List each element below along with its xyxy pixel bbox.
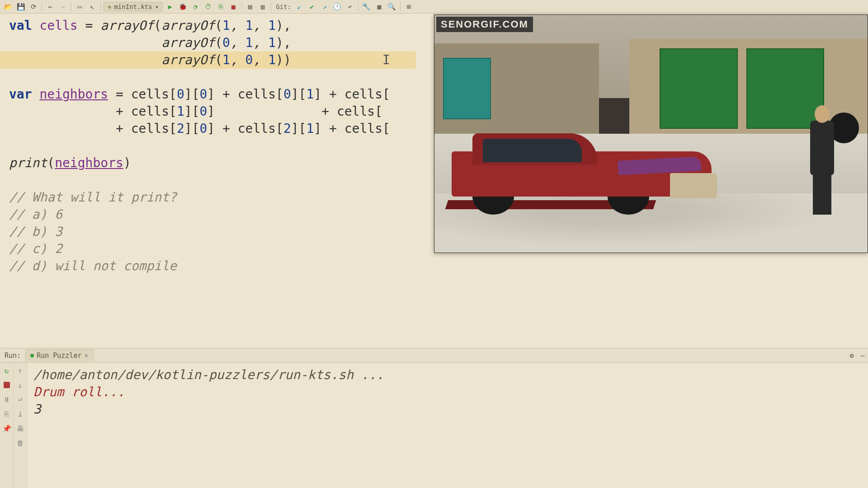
image-scene: [434, 15, 868, 253]
scroll-icon[interactable]: ⤓: [15, 409, 25, 419]
comment: // c) 2: [9, 241, 62, 256]
run-icon[interactable]: ▶: [165, 1, 175, 12]
console-output: 3: [33, 402, 41, 417]
rerun-icon[interactable]: ↻: [2, 366, 12, 375]
soft-wrap-icon[interactable]: ⤶: [15, 394, 25, 404]
dump-icon[interactable]: ⎘: [2, 409, 12, 419]
run-panel: Run: Run Puzzler × ⚙ — ↻ ⏸ ⎘ 📌 ↑ ↓ ⤶ ⤓ 🖶…: [0, 348, 868, 488]
wrecked-car: [452, 124, 712, 215]
separator: [241, 2, 242, 11]
back-icon[interactable]: ←: [45, 1, 56, 12]
run-gutter-primary: ↻ ⏸ ⎘ 📌: [0, 363, 14, 488]
attach-icon[interactable]: ⎘: [215, 1, 226, 12]
run-console[interactable]: /home/anton/dev/kotlin-puzzlers/run-kts.…: [27, 363, 868, 488]
separator: [100, 2, 101, 11]
chevron-down-icon: ▾: [155, 3, 159, 10]
keyword-val: val: [9, 18, 32, 33]
separator: [71, 2, 71, 11]
settings-icon[interactable]: ▦: [374, 1, 385, 12]
forward-icon[interactable]: →: [57, 1, 68, 12]
save-icon[interactable]: 💾: [15, 1, 26, 12]
git-update-icon[interactable]: ↙: [294, 1, 305, 12]
run-tabs-bar: Run: Run Puzzler × ⚙ —: [0, 348, 868, 363]
minimize-icon[interactable]: —: [857, 350, 868, 361]
run-tab[interactable]: Run Puzzler ×: [25, 349, 93, 361]
comment: // b) 3: [9, 224, 62, 239]
git-revert-icon[interactable]: ↶: [344, 1, 355, 12]
overlay-image: SENORGIF.COM: [434, 14, 868, 253]
run-config-selector[interactable]: ⬘ minInt.kts ▾: [104, 2, 163, 12]
separator: [358, 2, 359, 11]
editor-workspace: val cells = arrayOf(arrayOf(1, 1, 1), ar…: [0, 14, 868, 348]
separator: [42, 2, 42, 11]
run-gutter-secondary: ↑ ↓ ⤶ ⤓ 🖶 🗑: [14, 363, 27, 488]
pin-icon[interactable]: 📌: [2, 423, 12, 433]
person: [807, 105, 837, 215]
structure-icon[interactable]: ▤: [245, 1, 255, 12]
up-icon[interactable]: ↑: [15, 366, 25, 375]
comment: // What will it print?: [9, 190, 177, 205]
gear-icon[interactable]: ⚙: [846, 350, 857, 361]
layout-icon[interactable]: ▥: [257, 1, 268, 12]
git-history-icon[interactable]: 🕐: [332, 1, 343, 12]
debug-icon[interactable]: 🐞: [177, 1, 188, 12]
clear-icon[interactable]: 🗑: [15, 438, 25, 448]
print-icon[interactable]: 🖶: [15, 423, 25, 433]
window-icon[interactable]: ▭: [74, 1, 85, 12]
highlighted-line: arrayOf(1, 0, 1)) I: [0, 52, 416, 69]
open-icon[interactable]: 📂: [3, 1, 14, 12]
keyword-var: var: [9, 87, 32, 102]
git-label: Git:: [276, 3, 291, 10]
git-push-icon[interactable]: ↗: [319, 1, 330, 12]
close-icon[interactable]: ×: [84, 352, 88, 360]
console-line: Drum roll...: [33, 385, 125, 399]
run-tab-label: Run Puzzler: [37, 352, 81, 360]
stop-icon[interactable]: ■: [228, 1, 239, 12]
run-body: ↻ ⏸ ⎘ 📌 ↑ ↓ ⤶ ⤓ 🖶 🗑 /home/anton/dev/kotl…: [0, 363, 868, 488]
search-icon[interactable]: 🔍: [387, 1, 397, 12]
git-commit-icon[interactable]: ✔: [307, 1, 317, 12]
run-config-label: minInt.kts: [114, 3, 152, 10]
image-watermark: SENORGIF.COM: [436, 17, 533, 32]
main-toolbar: 📂 💾 ⟳ ← → ▭ ↖ ⬘ minInt.kts ▾ ▶ 🐞 ◔ ⏱ ⎘ ■…: [0, 0, 868, 14]
identifier-neighbors: neighbors: [39, 87, 108, 102]
comment: // a) 6: [9, 207, 62, 222]
pointer-icon[interactable]: ↖: [87, 1, 98, 12]
stop-icon[interactable]: [2, 380, 12, 390]
separator: [271, 2, 271, 11]
comment: // d) will not compile: [9, 258, 177, 273]
identifier-cells: cells: [39, 18, 77, 33]
status-dot-icon: [30, 354, 34, 357]
more-icon[interactable]: ⊞: [403, 1, 414, 12]
wrench-icon[interactable]: 🔧: [361, 1, 372, 12]
profile-icon[interactable]: ⏱: [203, 1, 213, 12]
separator: [400, 2, 401, 11]
console-line: /home/anton/dev/kotlin-puzzlers/run-kts.…: [33, 367, 384, 382]
refresh-icon[interactable]: ⟳: [28, 1, 39, 12]
run-panel-label: Run:: [0, 352, 25, 360]
down-icon[interactable]: ↓: [15, 380, 25, 390]
coverage-icon[interactable]: ◔: [190, 1, 201, 12]
text-cursor: I: [291, 52, 390, 67]
pause-icon[interactable]: ⏸: [2, 394, 12, 404]
